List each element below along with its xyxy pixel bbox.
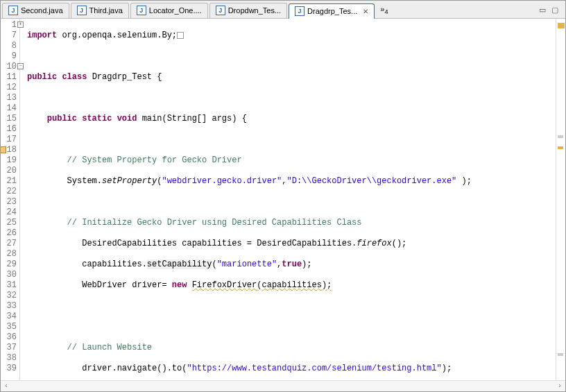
fold-collapse-icon[interactable]: − [17,63,24,69]
java-file-icon: J [137,6,146,15]
java-file-icon: J [216,6,225,15]
overview-ruler[interactable] [556,19,565,380]
tab-label: Dropdwn_Tes... [228,6,281,15]
tab-dropdown[interactable]: J Dropdwn_Tes... [209,3,287,18]
close-icon[interactable]: ✕ [363,8,368,15]
ruler-mark[interactable] [558,353,563,356]
minimize-icon[interactable]: ▭ [538,4,547,16]
folded-import-icon[interactable] [177,32,184,39]
scroll-track[interactable] [12,381,554,391]
maximize-icon[interactable]: ▢ [550,4,560,16]
editor[interactable]: 1+ 7 8 9 10− 11 12 13 14 15 16 17 18 19 … [1,19,565,380]
tab-dragdrp[interactable]: J Dragdrp_Tes... ✕ [289,3,375,19]
code-area[interactable]: import org.openqa.selenium.By; public cl… [20,19,556,380]
tab-third[interactable]: J Third.java [71,3,129,18]
tab-locator[interactable]: J Locator_One.... [130,3,208,18]
tab-label: Third.java [89,6,123,15]
java-file-icon: J [77,6,87,15]
ruler-warning-icon[interactable] [558,23,565,28]
scroll-left-icon[interactable]: ‹ [1,382,12,390]
java-file-icon: J [295,6,305,16]
tab-label: Dragdrp_Tes... [307,7,357,15]
horizontal-scrollbar[interactable]: ‹ › [1,380,565,391]
tab-overflow[interactable]: »4 [376,5,392,15]
tab-bar: J Second.java J Third.java J Locator_One… [1,1,565,19]
java-file-icon: J [8,6,18,15]
warning-marker-icon[interactable] [0,146,6,153]
scroll-right-icon[interactable]: › [554,382,565,390]
line-gutter[interactable]: 1+ 7 8 9 10− 11 12 13 14 15 16 17 18 19 … [1,19,20,380]
tab-label: Second.java [21,6,63,15]
ruler-mark[interactable] [558,135,563,138]
fold-expand-icon[interactable]: + [17,22,24,28]
ruler-mark[interactable] [558,146,563,149]
editor-toolbar: ▭ ▢ [538,4,564,16]
tab-label: Locator_One.... [149,6,202,15]
tab-second[interactable]: J Second.java [2,3,69,18]
